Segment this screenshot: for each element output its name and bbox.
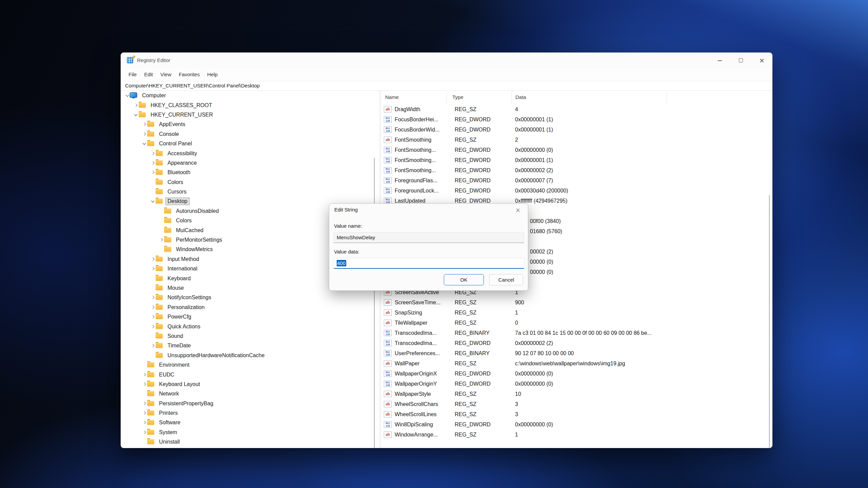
- column-separator[interactable]: [511, 92, 512, 103]
- registry-row-wheelscrolllines[interactable]: abWheelScrollLinesREG_SZ3: [381, 409, 768, 420]
- tree-item-software[interactable]: Software: [121, 418, 380, 427]
- registry-row-fontsmoothing[interactable]: 011 110FontSmoothing...REG_DWORD0x000000…: [381, 165, 768, 176]
- chevron-right-icon[interactable]: [150, 343, 156, 348]
- tree-item-hkey-current-user[interactable]: HKEY_CURRENT_USER: [121, 110, 380, 120]
- registry-row-userpreferences[interactable]: 011 110UserPreferences...REG_BINARY90 12…: [381, 348, 768, 359]
- address-bar[interactable]: Computer\HKEY_CURRENT_USER\Control Panel…: [121, 81, 772, 91]
- registry-row-wallpaper[interactable]: abWallPaperREG_SZc:\windows\web\wallpape…: [381, 359, 768, 369]
- registry-row-foregroundflas[interactable]: 011 110ForegroundFlas...REG_DWORD0x00000…: [381, 176, 768, 186]
- maximize-button[interactable]: [730, 53, 751, 68]
- tree-item-computer[interactable]: Computer: [121, 91, 380, 100]
- menu-item-help[interactable]: Help: [203, 68, 221, 81]
- tree-item-uninstall[interactable]: Uninstall: [121, 437, 380, 447]
- chevron-right-icon[interactable]: [150, 257, 156, 262]
- registry-row-win8dpiscaling[interactable]: 011 110Win8DpiScalingREG_DWORD0x00000000…: [381, 420, 768, 430]
- tree-item-cursors[interactable]: Cursors: [121, 187, 380, 197]
- tree-item-notifyiconsettings[interactable]: NotifyIconSettings: [121, 293, 380, 302]
- tree-item-appearance[interactable]: Appearance: [121, 158, 380, 168]
- tree-item-console[interactable]: Console: [121, 129, 380, 139]
- close-button[interactable]: [751, 53, 772, 68]
- chevron-right-icon[interactable]: [150, 160, 156, 166]
- chevron-right-icon[interactable]: [142, 410, 147, 416]
- tree-item-environment[interactable]: Environment: [121, 360, 380, 370]
- registry-row-focusborderhei[interactable]: 011 110FocusBorderHei...REG_DWORD0x00000…: [381, 115, 768, 125]
- registry-row-transcodedima[interactable]: 011 110TranscodedIma...REG_DWORD0x000000…: [381, 338, 768, 348]
- registry-row-fontsmoothing[interactable]: 011 110FontSmoothing...REG_DWORD0x000000…: [381, 145, 768, 155]
- registry-row-focusborderwid[interactable]: 011 110FocusBorderWid...REG_DWORD0x00000…: [381, 125, 768, 135]
- value-name-cell: FocusBorderHei...: [395, 115, 452, 125]
- chevron-down-icon[interactable]: [133, 112, 139, 118]
- menu-item-view[interactable]: View: [157, 68, 175, 81]
- chevron-right-icon[interactable]: [133, 103, 139, 108]
- menu-item-file[interactable]: File: [125, 68, 140, 81]
- tree-item-network[interactable]: Network: [121, 389, 380, 399]
- registry-row-wallpaperstyle[interactable]: abWallpaperStyleREG_SZ10: [381, 389, 768, 399]
- chevron-right-icon[interactable]: [142, 131, 147, 137]
- chevron-right-icon[interactable]: [150, 314, 156, 320]
- value-type-cell: REG_DWORD: [455, 186, 512, 196]
- chevron-right-icon[interactable]: [150, 295, 156, 300]
- chevron-right-icon[interactable]: [142, 122, 147, 127]
- value-data-input[interactable]: 400: [334, 258, 524, 269]
- registry-row-foregroundlock[interactable]: 011 110ForegroundLock...REG_DWORD0x00030…: [381, 186, 768, 196]
- tree-item-persistentpropertybag[interactable]: PersistentPropertyBag: [121, 399, 380, 408]
- chevron-down-icon[interactable]: [150, 199, 156, 204]
- column-header-type[interactable]: Type: [452, 91, 463, 104]
- registry-row-screensavetime[interactable]: abScreenSaveTime...REG_SZ900: [381, 298, 768, 308]
- tree-item-colors[interactable]: Colors: [121, 178, 380, 187]
- title-bar[interactable]: Registry Editor: [121, 53, 772, 68]
- ok-button[interactable]: OK: [444, 274, 484, 285]
- tree-item-hkey-classes-root[interactable]: HKEY_CLASSES_ROOT: [121, 100, 380, 110]
- registry-row-fontsmoothing[interactable]: abFontSmoothingREG_SZ2: [381, 135, 768, 145]
- chevron-right-icon[interactable]: [142, 401, 147, 406]
- cancel-button[interactable]: Cancel: [489, 274, 523, 285]
- tree-item-printers[interactable]: Printers: [121, 408, 380, 418]
- column-separator[interactable]: [667, 92, 667, 103]
- column-header-data[interactable]: Data: [515, 91, 526, 104]
- registry-row-dragwidth[interactable]: abDragWidthREG_SZ4: [381, 104, 768, 115]
- chevron-right-icon[interactable]: [150, 324, 156, 329]
- value-name-field[interactable]: MenuShowDelay: [334, 232, 524, 243]
- tree-item-appevents[interactable]: AppEvents: [121, 120, 380, 129]
- registry-row-windowarrange[interactable]: abWindowArrange...REG_SZ1: [381, 430, 768, 440]
- menu-item-favorites[interactable]: Favorites: [175, 68, 203, 81]
- tree-item-unsupportedhardwarenotificationcache[interactable]: UnsupportedHardwareNotificationCache: [121, 351, 380, 360]
- tree-item-timedate[interactable]: TimeDate: [121, 341, 380, 350]
- registry-row-tilewallpaper[interactable]: abTileWallpaperREG_SZ0: [381, 318, 768, 328]
- registry-row-snapsizing[interactable]: abSnapSizingREG_SZ1: [381, 308, 768, 318]
- registry-row-wallpaperoriginx[interactable]: 011 110WallpaperOriginXREG_DWORD0x000000…: [381, 369, 768, 379]
- tree-item-control-panel[interactable]: Control Panel: [121, 139, 380, 148]
- registry-row-wheelscrollchars[interactable]: abWheelScrollCharsREG_SZ3: [381, 399, 768, 409]
- chevron-down-icon[interactable]: [142, 141, 147, 146]
- chevron-right-icon[interactable]: [159, 237, 164, 243]
- tree-item-sound[interactable]: Sound: [121, 331, 380, 341]
- list-vertical-scrollbar[interactable]: [769, 195, 770, 448]
- tree-item-system[interactable]: System: [121, 428, 380, 437]
- registry-row-fontsmoothing[interactable]: 011 110FontSmoothing...REG_DWORD0x000000…: [381, 155, 768, 165]
- column-header-name[interactable]: Name: [385, 91, 399, 104]
- chevron-right-icon[interactable]: [150, 170, 156, 175]
- chevron-right-icon[interactable]: [142, 382, 147, 387]
- chevron-down-icon[interactable]: [125, 93, 130, 98]
- tree-item-quick-actions[interactable]: Quick Actions: [121, 322, 380, 331]
- minimize-button[interactable]: [709, 53, 730, 68]
- tree-vertical-scrollbar[interactable]: [374, 158, 375, 448]
- chevron-right-icon[interactable]: [142, 420, 147, 425]
- chevron-right-icon[interactable]: [142, 430, 147, 435]
- tree-item-keyboard-layout[interactable]: Keyboard Layout: [121, 380, 380, 389]
- value-data-cell: 7a c3 01 00 84 1c 15 00 00 0f 00 00 60 0…: [515, 328, 768, 338]
- tree-item-powercfg[interactable]: PowerCfg: [121, 312, 380, 322]
- chevron-right-icon[interactable]: [142, 372, 147, 378]
- tree-item-personalization[interactable]: Personalization: [121, 303, 380, 312]
- dialog-close-button[interactable]: [510, 205, 525, 216]
- tree-item-eudc[interactable]: EUDC: [121, 370, 380, 379]
- chevron-right-icon[interactable]: [150, 305, 156, 310]
- column-separator[interactable]: [447, 92, 447, 103]
- chevron-right-icon[interactable]: [150, 266, 156, 271]
- tree-item-accessibility[interactable]: Accessibility: [121, 148, 380, 158]
- tree-item-bluetooth[interactable]: Bluetooth: [121, 168, 380, 177]
- menu-item-edit[interactable]: Edit: [140, 68, 157, 81]
- registry-row-transcodedima[interactable]: 011 110TranscodedIma...REG_BINARY7a c3 0…: [381, 328, 768, 338]
- registry-row-wallpaperoriginy[interactable]: 011 110WallpaperOriginYREG_DWORD0x000000…: [381, 379, 768, 389]
- chevron-right-icon[interactable]: [150, 151, 156, 156]
